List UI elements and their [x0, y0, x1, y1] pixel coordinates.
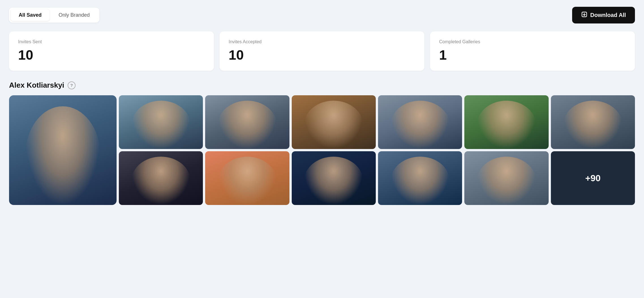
- stat-card-invites-sent: Invites Sent 10: [9, 31, 214, 71]
- gallery-image-4[interactable]: [292, 95, 376, 149]
- help-icon[interactable]: ?: [68, 81, 76, 89]
- gallery-grid: +90: [9, 95, 635, 205]
- gallery-image-6[interactable]: [464, 95, 548, 149]
- gallery-image-7[interactable]: [551, 95, 635, 149]
- stat-card-invites-accepted: Invites Accepted 10: [220, 31, 424, 71]
- gallery-image-5[interactable]: [378, 95, 462, 149]
- stat-value-invites-accepted: 10: [229, 47, 415, 63]
- stat-label-invites-sent: Invites Sent: [18, 39, 205, 44]
- stat-value-invites-sent: 10: [18, 47, 205, 63]
- page-header: All Saved Only Branded Download All: [9, 7, 635, 23]
- gallery-image-11[interactable]: [378, 151, 462, 205]
- gallery-image-12[interactable]: [464, 151, 548, 205]
- gallery-section-title: Alex Kotliarskyi ?: [9, 81, 635, 90]
- download-all-button[interactable]: Download All: [572, 7, 635, 23]
- person-name: Alex Kotliarskyi: [9, 81, 64, 90]
- download-all-label: Download All: [590, 12, 626, 18]
- tab-group: All Saved Only Branded: [9, 8, 99, 23]
- stat-label-invites-accepted: Invites Accepted: [229, 39, 415, 44]
- stat-label-completed-galleries: Completed Galleries: [439, 39, 626, 44]
- stats-row: Invites Sent 10 Invites Accepted 10 Comp…: [9, 31, 635, 71]
- gallery-image-10[interactable]: [292, 151, 376, 205]
- gallery-image-2[interactable]: [119, 95, 203, 149]
- stat-value-completed-galleries: 1: [439, 47, 626, 63]
- stat-card-completed-galleries: Completed Galleries 1: [430, 31, 635, 71]
- tab-all-saved[interactable]: All Saved: [11, 9, 50, 21]
- more-count-label: +90: [551, 151, 635, 205]
- tab-only-branded[interactable]: Only Branded: [51, 9, 98, 21]
- download-icon: [581, 11, 587, 19]
- gallery-image-9[interactable]: [205, 151, 289, 205]
- gallery-image-3[interactable]: [205, 95, 289, 149]
- gallery-image-8[interactable]: [119, 151, 203, 205]
- gallery-image-main[interactable]: [9, 95, 117, 205]
- gallery-more-overlay[interactable]: +90: [551, 151, 635, 205]
